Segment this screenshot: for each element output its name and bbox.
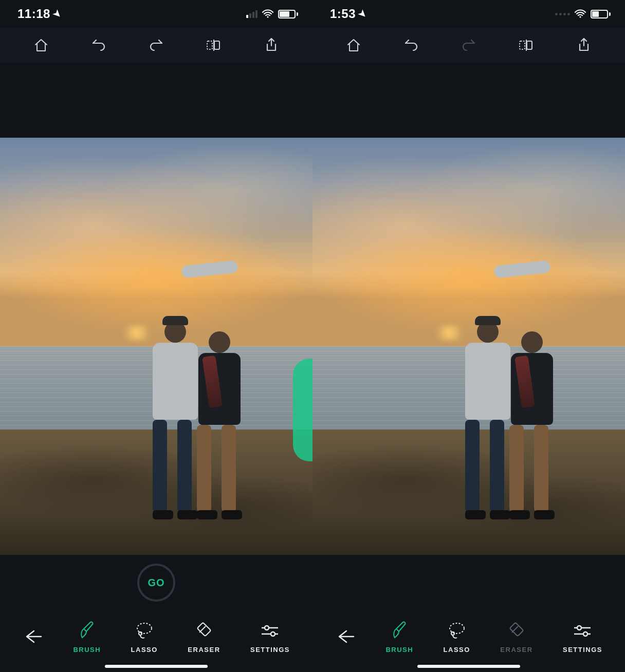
svg-point-0 xyxy=(267,16,268,17)
settings-tool[interactable]: SETTINGS xyxy=(250,620,290,654)
battery-icon xyxy=(591,10,611,18)
status-bar: 1:53 ➤ xyxy=(312,0,625,28)
svg-point-17 xyxy=(451,632,454,635)
eraser-tool: ERASER xyxy=(500,620,532,654)
svg-point-11 xyxy=(271,632,275,636)
action-row xyxy=(312,555,625,610)
compare-button[interactable] xyxy=(204,35,224,55)
share-button[interactable] xyxy=(574,35,594,55)
go-button[interactable]: GO xyxy=(137,564,175,602)
svg-rect-6 xyxy=(197,622,211,636)
location-icon: ➤ xyxy=(356,7,370,21)
screenshot-left: 11:18 ➤ xyxy=(0,0,312,672)
svg-rect-18 xyxy=(510,622,524,636)
eraser-label: ERASER xyxy=(188,646,220,654)
svg-rect-14 xyxy=(527,41,532,49)
svg-rect-1 xyxy=(207,41,212,49)
wifi-icon xyxy=(574,9,586,18)
cellular-icon xyxy=(555,13,570,15)
location-icon: ➤ xyxy=(50,7,64,21)
svg-point-9 xyxy=(265,626,269,630)
photo-content xyxy=(0,138,312,555)
svg-point-21 xyxy=(577,626,581,630)
status-time: 11:18 xyxy=(17,7,50,21)
svg-rect-13 xyxy=(520,41,525,49)
undo-button[interactable] xyxy=(88,35,109,55)
brush-stroke-mark xyxy=(293,359,312,461)
undo-button[interactable] xyxy=(401,35,421,55)
cellular-icon xyxy=(246,10,258,18)
settings-label: SETTINGS xyxy=(250,646,290,654)
action-row: GO xyxy=(0,555,312,610)
status-bar: 11:18 ➤ xyxy=(0,0,312,28)
top-toolbar xyxy=(312,28,625,63)
top-toolbar xyxy=(0,28,312,63)
home-button[interactable] xyxy=(343,35,364,55)
svg-line-19 xyxy=(512,626,518,632)
eraser-tool[interactable]: ERASER xyxy=(188,620,220,654)
brush-label: BRUSH xyxy=(385,646,413,654)
svg-line-7 xyxy=(199,626,206,632)
lasso-tool[interactable]: LASSO xyxy=(131,620,158,654)
settings-label: SETTINGS xyxy=(563,646,602,654)
brush-label: BRUSH xyxy=(73,646,101,654)
eraser-label: ERASER xyxy=(500,646,532,654)
photo-canvas[interactable] xyxy=(312,138,625,555)
home-button[interactable] xyxy=(31,35,51,55)
home-indicator[interactable] xyxy=(417,665,520,668)
photo-canvas[interactable] xyxy=(0,138,312,555)
settings-tool[interactable]: SETTINGS xyxy=(563,620,602,654)
svg-point-12 xyxy=(579,16,581,17)
bottom-toolbar: BRUSH LASSO ERASER SETTINGS xyxy=(312,610,625,672)
screenshot-right: 1:53 ➤ xyxy=(312,0,625,672)
bottom-toolbar: BRUSH LASSO ERASER SETTINGS xyxy=(0,610,312,672)
lasso-label: LASSO xyxy=(131,646,158,654)
svg-point-5 xyxy=(139,632,142,635)
back-button[interactable] xyxy=(335,626,356,647)
home-indicator[interactable] xyxy=(105,665,208,668)
status-time: 1:53 xyxy=(330,7,356,21)
lasso-tool[interactable]: LASSO xyxy=(444,620,470,654)
brush-tool[interactable]: BRUSH xyxy=(73,620,101,654)
battery-icon xyxy=(278,10,298,18)
back-button[interactable] xyxy=(23,626,43,647)
wifi-icon xyxy=(262,9,274,18)
photo-content xyxy=(312,138,625,555)
lasso-label: LASSO xyxy=(444,646,470,654)
compare-button[interactable] xyxy=(516,35,537,55)
redo-button xyxy=(458,35,479,55)
brush-tool[interactable]: BRUSH xyxy=(385,620,413,654)
svg-rect-2 xyxy=(214,41,219,49)
share-button[interactable] xyxy=(261,35,282,55)
svg-point-23 xyxy=(583,632,587,636)
redo-button[interactable] xyxy=(146,35,167,55)
